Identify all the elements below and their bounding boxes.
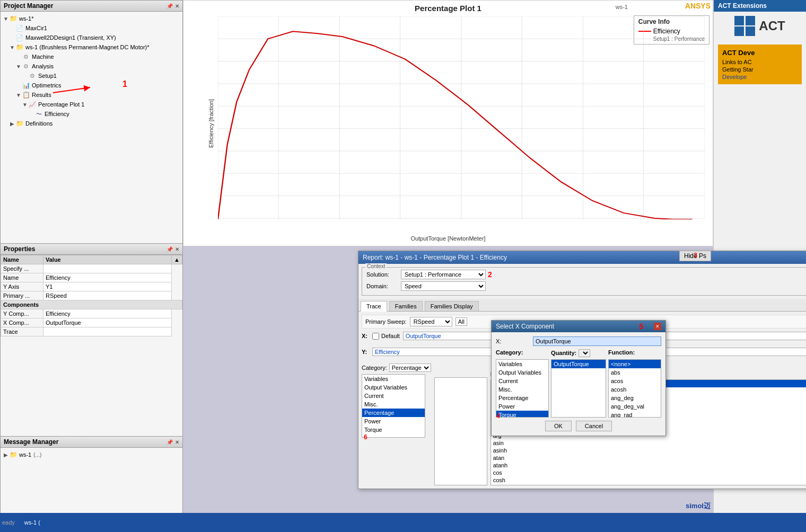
icon-optimetrics: 📊 — [22, 81, 30, 90]
sx-ok-btn[interactable]: OK — [545, 421, 572, 431]
sx-func-none[interactable]: <none> — [609, 360, 661, 368]
sx-x-input[interactable] — [533, 336, 661, 346]
col-sort: ▲ — [172, 255, 182, 264]
cat-item-variables[interactable]: Variables — [362, 375, 425, 383]
expand-ws1[interactable]: ▼ — [3, 16, 9, 22]
sx-cat-variables[interactable]: Variables — [496, 360, 548, 368]
func-item-cum-integ[interactable]: cum_integ — [491, 484, 806, 485]
sx-func-ang-deg[interactable]: ang_deg — [609, 394, 661, 402]
prop-close-btn[interactable]: ✕ — [175, 246, 179, 252]
select-x-title-right: 5 ✕ — [639, 322, 661, 331]
tree-item-maxcir1[interactable]: 📄 MaxCir1 — [3, 23, 180, 33]
domain-label: Domain: — [366, 283, 401, 289]
tree-item-bpm[interactable]: ▼ 📁 ws-1 (Brushless Permanent-Magnet DC … — [3, 42, 180, 52]
file-icon-maxwell: 📄 — [15, 33, 24, 42]
act-dev-link2[interactable]: Develope — [722, 74, 798, 80]
cat-item-power[interactable]: Power — [362, 417, 425, 425]
tab-families[interactable]: Families — [389, 301, 423, 311]
tree-item-setup1[interactable]: ⚙ Setup1 — [3, 71, 180, 81]
quantity-list[interactable] — [434, 377, 487, 485]
act-squares-icon — [734, 16, 756, 36]
category-select-top[interactable]: Percentage — [389, 363, 431, 372]
select-x-close-btn[interactable]: ✕ — [654, 323, 661, 330]
tab-trace[interactable]: Trace — [361, 301, 387, 312]
tree-item-definitions[interactable]: ▶ 📁 Definitions — [3, 119, 180, 128]
func-item-atan[interactable]: atan — [491, 454, 806, 462]
func-item-cosh[interactable]: cosh — [491, 476, 806, 484]
tree-item-results[interactable]: ▼ 📋 Results — [3, 90, 180, 100]
act-panel-header: ACT Extensions — [714, 0, 806, 12]
sx-func-abs[interactable]: abs — [609, 368, 661, 377]
sx-category-list[interactable]: Variables Output Variables Current Misc.… — [496, 359, 549, 418]
project-manager-header: Project Manager 📌 ✕ — [1, 1, 182, 12]
prop-name-xcomp: X Comp... — [1, 318, 43, 327]
sx-quantity-list[interactable]: OutputTorque — [551, 359, 606, 418]
act-dev-getting[interactable]: Getting Star — [722, 66, 798, 73]
project-manager-title: Project Manager — [4, 2, 53, 10]
cat-item-torque[interactable]: Torque — [362, 425, 425, 434]
prop-val-specify[interactable] — [43, 264, 172, 273]
hide-ps-btn[interactable]: Hide Ps — [679, 251, 711, 261]
sx-cat-percentage[interactable]: Percentage — [496, 394, 548, 402]
sx-cat-power[interactable]: Power — [496, 402, 548, 411]
tree-item-ws1[interactable]: ▼ 📁 ws-1* — [3, 14, 180, 23]
taskbar[interactable]: eady ws-1 ( — [0, 513, 806, 532]
select-x-title: Select X Component — [496, 323, 554, 330]
sx-qty-dropdown[interactable] — [579, 349, 590, 357]
category-col: Category: Percentage Variables Output Va… — [362, 363, 431, 485]
msg-close-btn[interactable]: ✕ — [175, 439, 179, 445]
sx-cancel-btn[interactable]: Cancel — [576, 421, 612, 431]
select-x-dialog: Select X Component 5 ✕ X: — [491, 320, 666, 436]
taskbar-ws1-chip[interactable]: ws-1 ( — [19, 518, 46, 527]
sx-func-ang-deg-val[interactable]: ang_deg_val — [609, 402, 661, 411]
tree-item-optimetrics[interactable]: 📊 Optimetrics — [3, 81, 180, 90]
prop-name-name: Name — [1, 273, 43, 282]
pin-button[interactable]: 📌 — [167, 3, 173, 9]
tree-item-machine[interactable]: ⚙ Machine — [3, 52, 180, 61]
act-sq4 — [746, 26, 755, 36]
act-dev-links[interactable]: Links to AC — [722, 59, 798, 65]
sx-function-list[interactable]: <none> abs acos acosh ang_deg ang_deg_va… — [608, 359, 661, 418]
cat-item-current[interactable]: Current — [362, 392, 425, 400]
cat-item-misc[interactable]: Misc. — [362, 400, 425, 409]
func-item-atanh[interactable]: atanh — [491, 462, 806, 469]
sx-qty-outputtorque[interactable]: OutputTorque — [551, 360, 606, 368]
msg-ws1-item[interactable]: ▶ 📁 ws-1 (...) — [3, 450, 180, 459]
func-item-asin[interactable]: asin — [491, 439, 806, 447]
prop-pin-btn[interactable]: 📌 — [167, 246, 173, 252]
tree-item-efficiency[interactable]: 〜 Efficiency — [3, 109, 180, 119]
primary-sweep-select[interactable]: RSpeed — [410, 317, 452, 326]
sx-cat-current[interactable]: Current — [496, 377, 548, 385]
cat-item-percentage[interactable]: Percentage — [362, 409, 425, 417]
category-label: Category: — [362, 365, 387, 371]
sx-cat-output-variables[interactable]: Output Variables — [496, 368, 548, 377]
func-item-cos[interactable]: cos — [491, 469, 806, 476]
close-button[interactable]: ✕ — [175, 3, 179, 9]
func-item-asinh[interactable]: asinh — [491, 447, 806, 454]
category-list[interactable]: Variables Output Variables Current Misc.… — [362, 374, 425, 438]
x-default-checkbox[interactable] — [372, 333, 379, 340]
quantity-col — [434, 363, 487, 485]
sx-func-acosh[interactable]: acosh — [609, 385, 661, 394]
tree-item-maxwell[interactable]: 📄 Maxwell2DDesign1 (Transient, XY) — [3, 33, 180, 42]
tree-item-pctplot1[interactable]: ▼ 📈 Percentage Plot 1 — [3, 100, 180, 109]
message-manager-title: Message Manager — [4, 438, 58, 446]
msg-pin-btn[interactable]: 📌 — [167, 439, 173, 445]
tree-label-setup1: Setup1 — [38, 73, 57, 79]
chart-svg-wrapper: 0.90 0.80 0.70 0.60 0.50 0.40 0.30 0.20 … — [218, 16, 705, 219]
tree-label-definitions: Definitions — [25, 120, 52, 127]
sx-cat-misc[interactable]: Misc. — [496, 385, 548, 394]
sx-func-acos[interactable]: acos — [609, 377, 661, 385]
tab-families-display[interactable]: Families Display — [425, 301, 479, 311]
sx-cat-torque[interactable]: Torque — [496, 411, 548, 418]
solution-select[interactable]: Setup1 : Performance — [401, 270, 486, 279]
cat-item-output-variables[interactable]: Output Variables — [362, 383, 425, 392]
tab-bar: Trace Families Families Display — [358, 299, 806, 312]
sx-func-ang-rad[interactable]: ang_rad — [609, 411, 661, 418]
tree-item-analysis[interactable]: ▼ ⚙ Analysis — [3, 61, 180, 71]
tree-label-bpm: ws-1 (Brushless Permanent-Magnet DC Moto… — [25, 44, 150, 50]
gear-icon-analysis: ⚙ — [22, 62, 30, 70]
act-sq2 — [746, 16, 755, 25]
domain-select[interactable]: Speed — [401, 281, 486, 291]
chart-ws-label: ws-1 — [616, 4, 628, 10]
